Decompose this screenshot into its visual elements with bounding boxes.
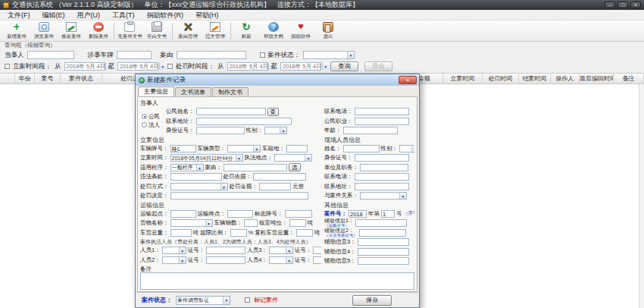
choose-reason-button[interactable]: 选: [289, 163, 301, 171]
penalty-period-checkbox[interactable]: [167, 64, 173, 69]
age-input[interactable]: [343, 127, 398, 134]
aux-info1-input[interactable]: [355, 219, 407, 227]
col-year[interactable]: 年份: [15, 74, 35, 84]
citizen-name-input[interactable]: [196, 108, 266, 115]
penalty-amount-input[interactable]: [259, 183, 291, 190]
close-button[interactable]: ×: [630, 2, 641, 8]
col-selector[interactable]: [0, 74, 15, 84]
tab-make-doc[interactable]: 制作文书: [212, 87, 249, 96]
menu-edit[interactable]: 编辑(E): [42, 10, 65, 20]
new-case-button[interactable]: 新增案件: [3, 21, 30, 41]
status-select[interactable]: ▼: [303, 51, 355, 59]
delete-case-button[interactable]: 删除案件: [85, 21, 112, 41]
edit-case-button[interactable]: 修改案件: [58, 21, 85, 41]
case-year-input[interactable]: 2018: [349, 210, 367, 218]
vehicle-type-select[interactable]: ▼: [227, 145, 261, 152]
save-button[interactable]: 保存: [352, 295, 392, 306]
menu-tools[interactable]: 工具(T): [112, 10, 135, 20]
query-button[interactable]: 查询: [330, 61, 358, 71]
reason-manage-button[interactable]: 案由管理: [174, 21, 202, 41]
rated-tonnage-input[interactable]: [289, 219, 306, 227]
scene-id-input[interactable]: [355, 154, 409, 162]
violation-clause-input[interactable]: [170, 173, 222, 181]
party-input[interactable]: [27, 51, 74, 59]
minimize-button[interactable]: –: [605, 2, 615, 8]
menu-donate[interactable]: 捐助软件(R): [147, 10, 184, 20]
transport-dest-input[interactable]: [227, 210, 253, 218]
recheck-weight-input[interactable]: [296, 229, 313, 237]
scene-gender-select[interactable]: ▼: [399, 145, 414, 152]
officer4-select[interactable]: ▼: [269, 256, 293, 264]
scene-phone-input[interactable]: [355, 173, 409, 181]
export-button[interactable]: 导出: [364, 61, 392, 71]
penalty-decision-input[interactable]: [170, 192, 308, 200]
mark-case-checkbox[interactable]: [245, 297, 250, 303]
menu-file[interactable]: 文件(F): [8, 10, 30, 20]
radio-legal-person[interactable]: 法人: [142, 121, 166, 129]
aux-info5-input[interactable]: [358, 257, 409, 265]
case-status-select[interactable]: 案件调查取证 ▼: [176, 296, 230, 305]
penalty-basis-input[interactable]: [253, 173, 306, 181]
scene-address-input[interactable]: [355, 183, 409, 190]
scene-name-input[interactable]: [343, 145, 380, 152]
officer2-cert-input[interactable]: [206, 256, 245, 264]
donate-button[interactable]: 捐助软件: [287, 21, 314, 41]
col-close-time[interactable]: 结案时间: [519, 74, 551, 84]
id-number-input[interactable]: [196, 127, 245, 134]
officer3-cert-input[interactable]: [313, 247, 321, 254]
officer3-select[interactable]: ▼: [269, 247, 293, 254]
scene-org-input[interactable]: [360, 164, 408, 171]
col-remark[interactable]: 备注: [614, 74, 644, 84]
vehicle-plate-input[interactable]: 桂L: [170, 145, 196, 152]
refresh-button[interactable]: 刷新: [233, 21, 260, 41]
gender-select[interactable]: ▼: [264, 127, 287, 134]
tab-main-info[interactable]: 主要信息: [138, 86, 174, 96]
penalty-to-date[interactable]: 2018年 5月 4日 ▼: [280, 62, 321, 71]
col-penalty-time[interactable]: 处罚时间: [483, 74, 519, 84]
aux-info4-input[interactable]: [358, 248, 409, 256]
maximize-button[interactable]: □: [617, 2, 628, 8]
no-case-doc-button[interactable]: 无案件文书: [116, 21, 143, 41]
filing-period-checkbox[interactable]: [5, 64, 10, 69]
vehicle-origin-input[interactable]: [286, 145, 308, 152]
overlimit-ratio-input[interactable]: [230, 229, 247, 237]
sign-plate-input[interactable]: [285, 210, 312, 218]
template-manage-button[interactable]: 范文管理: [202, 21, 229, 41]
officer1-cert-input[interactable]: [206, 247, 245, 254]
officer2-select[interactable]: ▼: [162, 256, 186, 264]
procedure-select[interactable]: 一般程序▼: [170, 164, 204, 171]
filing-to-date[interactable]: 2018年 5月 4日 ▼: [117, 62, 158, 71]
menu-user[interactable]: 用户(U): [77, 10, 101, 20]
case-seq-input[interactable]: 1: [381, 210, 395, 218]
menu-help[interactable]: 帮助(H): [195, 10, 219, 20]
col-last-edit-time[interactable]: 最后编辑时间: [580, 74, 614, 84]
tab-doc-list[interactable]: 文书清单: [175, 87, 211, 96]
officer4-cert-input[interactable]: [313, 256, 321, 264]
aux-info3-input[interactable]: [358, 238, 409, 246]
dialog-close-button[interactable]: ×: [399, 76, 417, 84]
col-filing-time[interactable]: 立案时间: [443, 74, 483, 84]
filing-from-date[interactable]: 2018年 5月 4日 ▼: [64, 62, 105, 71]
cargo-name-select[interactable]: ▼: [170, 219, 213, 227]
radio-citizen[interactable]: 公民: [142, 112, 166, 121]
filing-time-picker[interactable]: 2018年05月04日11时44分▼: [170, 154, 243, 162]
enforce-place-select[interactable]: ▼: [274, 154, 312, 162]
penalty-from-date[interactable]: 2018年 5月 4日 ▼: [227, 62, 268, 71]
gross-weight-input[interactable]: [170, 229, 192, 237]
contact-address-input[interactable]: [196, 118, 292, 125]
transport-origin-input[interactable]: [170, 210, 196, 218]
browse-case-button[interactable]: 浏览案件: [30, 21, 58, 41]
officer1-select[interactable]: ▼: [162, 247, 186, 254]
plate-input[interactable]: [117, 51, 152, 59]
exit-button[interactable]: 退出: [314, 21, 342, 41]
status-checkbox[interactable]: [260, 52, 265, 58]
aux-info2-input[interactable]: [359, 229, 406, 237]
col-operator[interactable]: 操作人: [551, 74, 580, 84]
case-relation-select[interactable]: ▼: [360, 192, 407, 200]
remark-textarea[interactable]: [140, 272, 414, 290]
penalty-type-select[interactable]: ▼: [170, 183, 228, 190]
contact-phone-input[interactable]: [355, 108, 409, 115]
vertical-scrollbar[interactable]: [639, 84, 644, 308]
blank-doc-button[interactable]: 空白文书: [143, 21, 170, 41]
occupation-input[interactable]: [355, 118, 409, 125]
